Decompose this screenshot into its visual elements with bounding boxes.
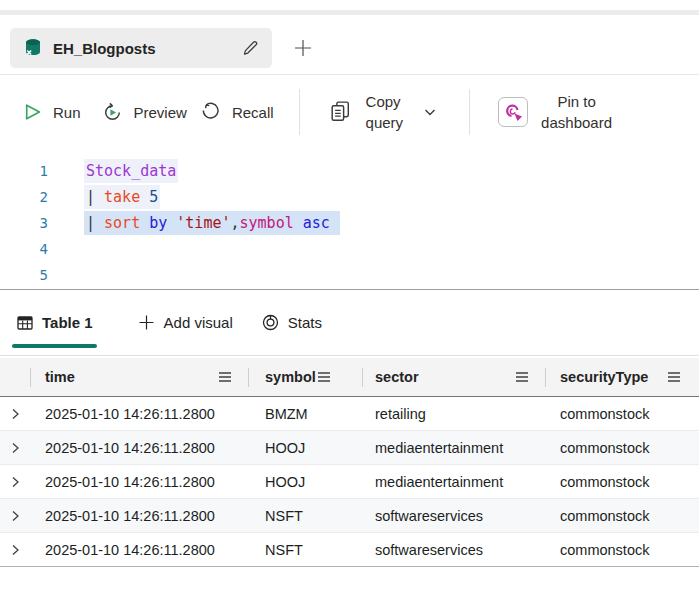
cell-symbol: NSFT [248, 533, 362, 566]
column-menu-icon[interactable] [667, 371, 681, 383]
editor-line-3[interactable]: 3 | sort by 'time',symbol asc [0, 210, 699, 236]
database-icon [22, 37, 44, 59]
new-tab-button[interactable] [283, 28, 323, 68]
cell-sector: mediaentertainment [362, 465, 545, 498]
rename-pencil-icon[interactable] [241, 39, 260, 58]
code-token: symbol [240, 214, 294, 232]
preview-icon [101, 101, 124, 124]
cell-sector: softwareservices [362, 499, 545, 532]
code-token: by [140, 214, 167, 232]
row-expand-chevron-icon[interactable] [0, 431, 30, 464]
kql-editor[interactable]: 1 Stock_data 2 | take 5 3 | sort by 'tim… [0, 150, 699, 288]
pin-to-dashboard-button[interactable]: Pin to dashboard [498, 91, 612, 133]
table-header-row: time symbol sector securityType [0, 358, 699, 397]
cell-time: 2025-01-10 14:26:11.2800 [30, 431, 248, 464]
cell-symbol: HOOJ [248, 431, 362, 464]
toolbar-separator [299, 89, 300, 135]
run-label: Run [53, 104, 81, 121]
code-token: sort [104, 214, 140, 232]
tab-table-1-label: Table 1 [42, 314, 93, 331]
toolbar-separator-2 [469, 89, 470, 135]
table-grid-icon [16, 314, 34, 332]
cell-sector: mediaentertainment [362, 431, 545, 464]
code-token: , [231, 214, 240, 232]
table-row[interactable]: 2025-01-10 14:26:11.2800 NSFT softwarese… [0, 499, 699, 533]
code-token: 5 [140, 188, 158, 206]
run-button[interactable]: Run [22, 101, 81, 123]
column-menu-icon[interactable] [317, 371, 331, 383]
header-spacer [0, 358, 30, 396]
pin-to-dashboard-icon [498, 97, 528, 127]
kql-queryset-window: EH_Blogposts Run [0, 0, 699, 607]
chevron-down-icon[interactable] [421, 103, 439, 121]
row-expand-chevron-icon[interactable] [0, 397, 30, 430]
code-token: 'time' [167, 214, 230, 232]
code-token: asc [294, 214, 330, 232]
stats-donut-icon [261, 313, 280, 332]
results-tab-bar: Table 1 Add visual Stats [0, 290, 699, 356]
cell-time: 2025-01-10 14:26:11.2800 [30, 397, 248, 430]
cell-symbol: HOOJ [248, 465, 362, 498]
editor-line-1[interactable]: 1 Stock_data [0, 158, 699, 184]
editor-line-5[interactable]: 5 [0, 262, 699, 288]
column-header-symbol[interactable]: symbol [248, 358, 362, 396]
cell-sector: retailing [362, 397, 545, 430]
cell-securityType: commonstock [545, 499, 699, 532]
line-number: 5 [0, 267, 48, 283]
code-token: Stock_data [86, 162, 176, 180]
table-row[interactable]: 2025-01-10 14:26:11.2800 NSFT softwarese… [0, 533, 699, 567]
tab-stats-label: Stats [288, 314, 322, 331]
table-row[interactable]: 2025-01-10 14:26:11.2800 BMZM retailing … [0, 397, 699, 431]
cell-time: 2025-01-10 14:26:11.2800 [30, 465, 248, 498]
column-header-sector[interactable]: sector [362, 358, 545, 396]
column-menu-icon[interactable] [515, 371, 529, 383]
plus-icon [137, 313, 156, 332]
editor-line-2[interactable]: 2 | take 5 [0, 184, 699, 210]
tab-stats[interactable]: Stats [261, 290, 322, 355]
query-tab-strip: EH_Blogposts [10, 28, 323, 68]
row-expand-chevron-icon[interactable] [0, 499, 30, 532]
line-number: 3 [0, 215, 48, 231]
cell-securityType: commonstock [545, 533, 699, 566]
cell-securityType: commonstock [545, 431, 699, 464]
column-header-time[interactable]: time [30, 358, 248, 396]
column-menu-icon[interactable] [218, 371, 232, 383]
pin-to-dashboard-label: Pin to dashboard [541, 91, 612, 133]
preview-label: Preview [134, 104, 187, 121]
cell-securityType: commonstock [545, 397, 699, 430]
recall-button[interactable]: Recall [199, 101, 274, 124]
copy-query-button[interactable]: Copy query [328, 91, 440, 133]
row-expand-chevron-icon[interactable] [0, 465, 30, 498]
line-number: 2 [0, 189, 48, 205]
editor-line-4[interactable]: 4 [0, 236, 699, 262]
cell-securityType: commonstock [545, 465, 699, 498]
table-row[interactable]: 2025-01-10 14:26:11.2800 HOOJ mediaenter… [0, 431, 699, 465]
tab-add-visual-label: Add visual [164, 314, 233, 331]
code-token: take [104, 188, 140, 206]
recall-label: Recall [232, 104, 274, 121]
code-token: | [86, 214, 104, 232]
code-token: | [86, 188, 104, 206]
row-expand-chevron-icon[interactable] [0, 533, 30, 566]
copy-query-label: Copy query [366, 91, 404, 133]
column-header-securityType[interactable]: securityType [545, 358, 699, 396]
line-number: 4 [0, 241, 48, 257]
tab-add-visual[interactable]: Add visual [137, 290, 233, 355]
run-play-icon [22, 101, 43, 123]
cell-symbol: NSFT [248, 499, 362, 532]
top-divider-band [0, 10, 699, 15]
cell-sector: softwareservices [362, 533, 545, 566]
preview-button[interactable]: Preview [101, 101, 187, 124]
tab-table-1[interactable]: Table 1 [16, 290, 93, 355]
cell-time: 2025-01-10 14:26:11.2800 [30, 499, 248, 532]
copy-icon [328, 99, 353, 126]
cell-time: 2025-01-10 14:26:11.2800 [30, 533, 248, 566]
cell-symbol: BMZM [248, 397, 362, 430]
results-table: time symbol sector securityType [0, 358, 699, 567]
line-number: 1 [0, 163, 48, 179]
query-tab[interactable]: EH_Blogposts [10, 28, 272, 68]
toolbar: Run Preview Recall [0, 75, 699, 149]
table-row[interactable]: 2025-01-10 14:26:11.2800 HOOJ mediaenter… [0, 465, 699, 499]
recall-icon [199, 101, 222, 124]
query-tab-label: EH_Blogposts [53, 40, 241, 57]
